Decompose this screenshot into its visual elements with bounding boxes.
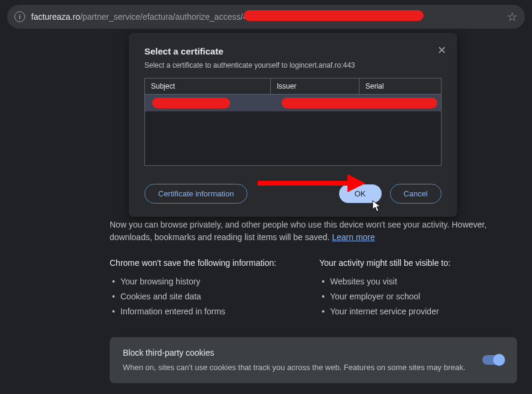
intro-text: Now you can browse privately, and other …: [110, 220, 486, 242]
info-icon[interactable]: i: [14, 11, 25, 22]
url-domain: factureaza.ro: [31, 12, 80, 22]
left-list: Your browsing history Cookies and site d…: [110, 275, 307, 318]
table-empty-area: [145, 111, 441, 165]
col-subject[interactable]: Subject: [145, 78, 271, 94]
list-item: Your browsing history: [120, 275, 307, 288]
url-text: factureaza.ro/partner_service/efactura/a…: [31, 12, 247, 22]
incognito-intro: Now you can browse privately, and other …: [110, 219, 517, 244]
list-item: Your internet service provider: [330, 305, 517, 318]
modal-subtitle: Select a certificate to authenticate you…: [144, 61, 442, 69]
url-path: /partner_service/efactura/authorize_acce…: [80, 12, 247, 22]
list-item: Websites you visit: [330, 275, 517, 288]
cookie-desc: When on, sites can't use cookies that tr…: [123, 362, 475, 374]
cookie-title: Block third-party cookies: [123, 347, 475, 359]
cookie-box: Block third-party cookies When on, sites…: [110, 337, 517, 383]
certificate-information-button[interactable]: Certificate information: [144, 184, 247, 204]
svg-marker-1: [347, 174, 365, 192]
left-title: Chrome won't save the following informat…: [110, 257, 307, 269]
right-list: Websites you visit Your employer or scho…: [319, 275, 517, 318]
list-item: Information entered in forms: [120, 305, 307, 318]
certificate-table: Subject Issuer Serial: [144, 78, 442, 166]
right-column: Your activity might still be visible to:…: [319, 257, 517, 320]
redacted-url-segment: [244, 10, 424, 21]
left-column: Chrome won't save the following informat…: [110, 257, 307, 320]
cursor-icon: [372, 200, 383, 216]
learn-more-link[interactable]: Learn more: [332, 232, 375, 242]
list-item: Cookies and site data: [120, 290, 307, 303]
close-icon[interactable]: ✕: [437, 44, 446, 57]
annotation-arrow: [255, 168, 368, 198]
table-header: Subject Issuer Serial: [145, 78, 441, 95]
list-item: Your employer or school: [330, 290, 517, 303]
col-issuer[interactable]: Issuer: [271, 78, 359, 94]
right-title: Your activity might still be visible to:: [319, 257, 517, 269]
redacted-issuer-serial: [282, 98, 437, 108]
certificate-row[interactable]: [145, 95, 441, 111]
incognito-content: Now you can browse privately, and other …: [110, 219, 517, 383]
address-bar[interactable]: i factureaza.ro/partner_service/efactura…: [7, 5, 525, 29]
bookmark-star-icon[interactable]: ☆: [507, 10, 518, 24]
modal-title: Select a certificate: [144, 46, 442, 56]
cookie-toggle[interactable]: [482, 355, 504, 365]
cancel-button[interactable]: Cancel: [390, 184, 442, 204]
col-serial[interactable]: Serial: [359, 78, 441, 94]
redacted-subject: [152, 98, 230, 108]
